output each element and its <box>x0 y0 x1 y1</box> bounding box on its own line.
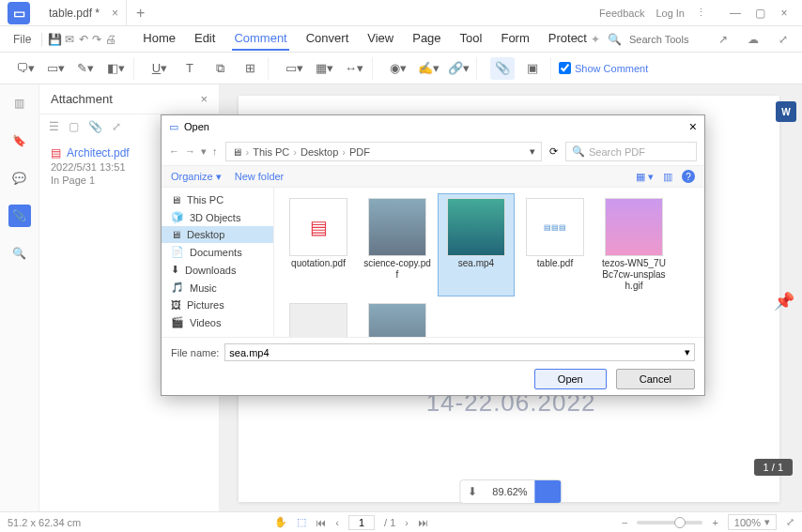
wand-icon[interactable]: ✦ <box>591 33 600 46</box>
word-badge-icon[interactable]: W <box>776 101 796 122</box>
zoom-select[interactable]: 100% ▾ <box>728 514 777 530</box>
shape-rect-tool[interactable]: ▭▾ <box>282 57 306 80</box>
tree-music[interactable]: 🎵Music <box>162 279 273 296</box>
file-name-input[interactable] <box>229 346 685 358</box>
close-tab-icon[interactable]: × <box>112 7 118 20</box>
search-panel-icon[interactable]: 🔍 <box>8 242 31 265</box>
recent-dropdown[interactable]: ▾ <box>201 145 207 158</box>
file-table-pdf[interactable]: ▤▤▤ table.pdf <box>517 193 594 296</box>
file-menu[interactable]: File <box>8 33 37 46</box>
maximize-button[interactable]: ▢ <box>749 3 770 23</box>
login-link[interactable]: Log In <box>655 8 685 19</box>
textbox-tool[interactable]: ⧉ <box>208 57 232 80</box>
show-comment-checkbox[interactable] <box>559 62 571 74</box>
open-button[interactable]: Open <box>534 369 607 389</box>
add-tab-button[interactable]: + <box>127 5 154 22</box>
file-sea-mp4[interactable]: sea.mp4 <box>438 193 515 296</box>
expand-icon[interactable]: ⤢ <box>772 28 794 51</box>
search-tools-input[interactable] <box>629 34 704 45</box>
zoom-block[interactable] <box>535 480 562 503</box>
menu-comment[interactable]: Comment <box>232 27 288 51</box>
stamp-tool[interactable]: ◉▾ <box>386 57 410 80</box>
forward-button[interactable]: → <box>185 145 195 158</box>
note-tool[interactable]: 🗨▾ <box>13 57 38 80</box>
view-large-icon[interactable]: ▦ ▾ <box>636 171 654 183</box>
redo-icon[interactable]: ↷ <box>91 28 103 51</box>
zoom-slider-thumb[interactable] <box>674 517 686 528</box>
expand-attach-icon[interactable]: ⤢ <box>112 120 121 133</box>
new-folder-button[interactable]: New folder <box>235 171 285 182</box>
tree-videos[interactable]: 🎬Videos <box>162 313 273 331</box>
attachments-icon[interactable]: 📎 <box>8 205 31 227</box>
document-tab[interactable]: table.pdf * × <box>38 0 127 26</box>
text-tool[interactable]: T <box>177 57 202 80</box>
zoom-in-icon[interactable]: + <box>712 517 717 528</box>
preview-pane-icon[interactable]: ▥ <box>663 171 672 183</box>
clip-icon[interactable]: 📎 <box>88 120 102 133</box>
open-attach-icon[interactable]: ▢ <box>69 120 79 133</box>
close-window-button[interactable]: × <box>774 3 794 23</box>
prev-page-icon[interactable]: ‹ <box>335 517 339 528</box>
file-extra-1[interactable] <box>280 298 357 337</box>
zoom-out-icon[interactable]: − <box>622 517 627 528</box>
underline-tool[interactable]: U▾ <box>147 57 172 80</box>
file-quotation[interactable]: ▤ quotation.pdf <box>280 193 357 296</box>
menu-view[interactable]: View <box>365 27 395 51</box>
share-icon[interactable]: ↗ <box>712 28 734 51</box>
bookmarks-icon[interactable]: 🔖 <box>8 129 31 152</box>
tree-documents[interactable]: 📄Documents <box>162 243 273 261</box>
highlight-tool[interactable]: ▭▾ <box>43 57 68 80</box>
cloud-icon[interactable]: ☁ <box>742 28 764 51</box>
menu-convert[interactable]: Convert <box>304 27 351 51</box>
link-tool[interactable]: 🔗▾ <box>446 57 470 80</box>
help-icon[interactable]: ? <box>682 170 695 183</box>
breadcrumb[interactable]: 🖥 › This PC › Desktop › PDF ▾ <box>225 142 543 161</box>
hide-tool[interactable]: ▣ <box>520 57 545 80</box>
last-page-icon[interactable]: ⏭ <box>418 517 428 528</box>
dialog-close-button[interactable]: × <box>689 119 697 134</box>
menu-page[interactable]: Page <box>410 27 442 51</box>
next-page-icon[interactable]: › <box>405 517 409 528</box>
menu-form[interactable]: Form <box>499 27 531 51</box>
zoom-slider[interactable] <box>637 521 702 524</box>
shape-area-tool[interactable]: ▦▾ <box>312 57 336 80</box>
back-button[interactable]: ← <box>169 145 179 158</box>
undo-icon[interactable]: ↶ <box>77 28 89 51</box>
refresh-button[interactable]: ⟳ <box>549 145 558 158</box>
tree-3d-objects[interactable]: 🧊3D Objects <box>162 208 273 226</box>
page-number-input[interactable] <box>348 515 375 530</box>
show-comment-toggle[interactable]: Show Comment <box>559 62 648 74</box>
chevron-down-icon[interactable]: ▾ <box>764 516 770 528</box>
download-icon[interactable]: ⬇ <box>460 481 485 502</box>
breadcrumb-0[interactable]: This PC <box>253 146 289 158</box>
pin-icon[interactable]: 📌 <box>774 291 794 312</box>
callout-tool[interactable]: ⊞ <box>238 57 262 80</box>
menu-tool[interactable]: Tool <box>458 27 485 51</box>
minimize-button[interactable]: — <box>725 3 746 23</box>
menu-edit[interactable]: Edit <box>193 27 217 51</box>
organize-button[interactable]: Organize ▾ <box>171 171 222 183</box>
signature-tool[interactable]: ✍▾ <box>416 57 440 80</box>
file-science-copy[interactable]: science-copy.pdf <box>359 193 436 296</box>
tree-this-pc[interactable]: 🖥This PC <box>162 191 273 208</box>
chevron-down-icon[interactable]: ▾ <box>530 145 535 158</box>
up-button[interactable]: ↑ <box>212 145 218 158</box>
tree-downloads[interactable]: ⬇Downloads <box>162 261 273 279</box>
print-icon[interactable]: 🖨 <box>105 28 117 51</box>
breadcrumb-1[interactable]: Desktop <box>301 146 338 158</box>
feedback-link[interactable]: Feedback <box>599 8 644 19</box>
attachment-tool[interactable]: 📎 <box>490 57 515 80</box>
cancel-button[interactable]: Cancel <box>616 369 695 389</box>
file-tezos-gif[interactable]: tezos-WN5_7UBc7cw-unsplash.gif <box>595 193 672 296</box>
thumbnails-icon[interactable]: ▥ <box>8 92 31 114</box>
pencil-tool[interactable]: ✎▾ <box>73 57 98 80</box>
save-icon[interactable]: 💾 <box>48 28 62 51</box>
file-name-combo[interactable]: ▾ <box>224 343 695 361</box>
tree-pictures[interactable]: 🖼Pictures <box>162 296 273 313</box>
menu-home[interactable]: Home <box>141 27 177 51</box>
hand-tool-icon[interactable]: ✋ <box>274 516 287 528</box>
eraser-tool[interactable]: ◧▾ <box>103 57 128 80</box>
fit-page-icon[interactable]: ⤢ <box>786 516 794 528</box>
tree-desktop[interactable]: 🖥Desktop <box>162 226 273 243</box>
first-page-icon[interactable]: ⏮ <box>316 517 326 528</box>
